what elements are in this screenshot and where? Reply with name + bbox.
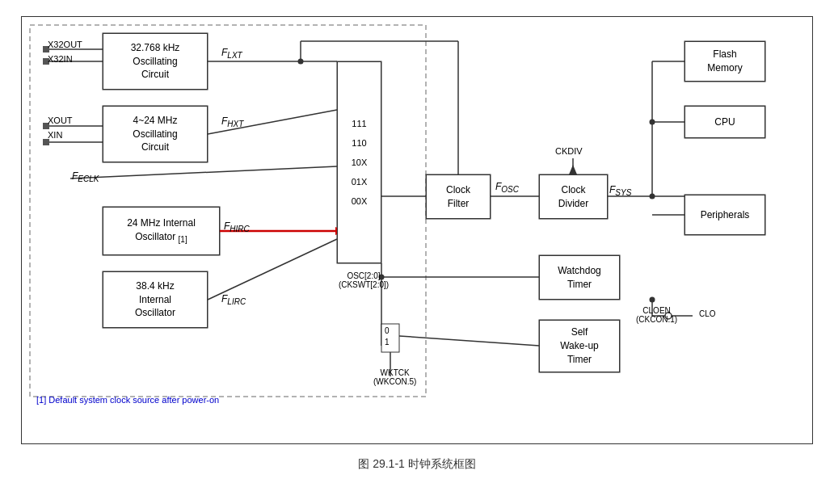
flash-memory-box: FlashMemory: [684, 41, 765, 82]
mux-0-label: 0: [385, 326, 390, 335]
watchdog-box: WatchdogTimer: [539, 255, 620, 300]
svg-line-30: [208, 239, 337, 300]
fhxt-label: FHXT: [221, 116, 243, 128]
svg-point-43: [650, 297, 655, 303]
footnote: [1] Default system clock source after po…: [36, 395, 219, 405]
clo-label: CLO: [699, 309, 716, 318]
flxt-label: FLXT: [221, 47, 242, 60]
flirc-label: FLIRC: [221, 293, 246, 306]
peripherals-box: Peripherals: [684, 195, 765, 235]
svg-line-27: [70, 166, 337, 178]
osc24-box: 24 MHz InternalOscillator [1]: [103, 207, 220, 255]
mux-box: 11111010X01X00X: [337, 61, 381, 263]
fhirc-label: FHIRC: [224, 220, 250, 233]
feclk-label: FECLK: [72, 170, 99, 183]
svg-point-34: [650, 194, 655, 200]
cpu-box: CPU: [684, 106, 765, 138]
self-wakeup-box: SelfWake-upTimer: [539, 320, 620, 372]
ckdiv-label: CKDIV: [555, 146, 583, 156]
xout-label: XOUT: [48, 116, 73, 125]
osc-label: OSC[2:0](CKSWT[2:0]): [335, 271, 392, 289]
diagram-caption: 图 29.1-1 时钟系统框图: [358, 457, 475, 472]
osc38-box: 38.4 kHzInternalOscillator: [103, 271, 208, 328]
wktck-label: WKTCK(WKCON.5): [373, 368, 416, 386]
mux-1-label: 1: [385, 338, 390, 346]
fosc-label: FOSC: [495, 181, 519, 194]
svg-rect-20: [43, 139, 49, 145]
fsys-label: FSYS: [609, 184, 631, 197]
svg-point-22: [298, 59, 304, 65]
osc4-box: 4~24 MHzOscillatingCircuit: [103, 106, 208, 162]
clock-divider-box: ClockDivider: [539, 174, 608, 219]
xin-label: XIN: [48, 130, 62, 140]
svg-line-52: [399, 336, 539, 346]
x32in-label: X32IN: [48, 54, 73, 64]
clock-filter-box: ClockFilter: [426, 174, 491, 219]
cloen-label: CLOEN(CKCON.1): [636, 306, 677, 324]
osc32-box: 32.768 kHzOscillatingCircuit: [103, 33, 208, 90]
svg-point-38: [650, 120, 655, 125]
diagram-container: X32OUT X32IN XOUT XIN 32.768 kHzOscillat…: [21, 16, 813, 444]
x32out-label: X32OUT: [48, 40, 82, 49]
svg-marker-41: [569, 165, 577, 174]
